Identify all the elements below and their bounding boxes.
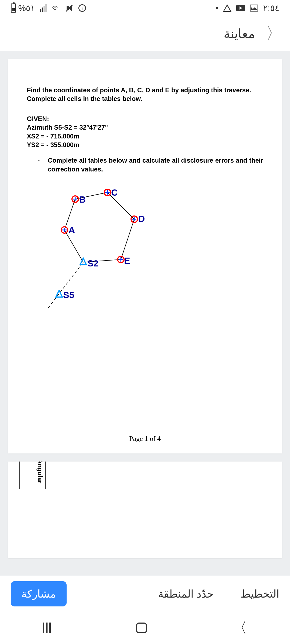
page-title: معاينة xyxy=(224,26,255,41)
battery-indicator: %٥١ xyxy=(11,3,35,13)
traverse-figure: A B C D E S2 S5 xyxy=(40,184,263,314)
point-label-A: A xyxy=(68,225,75,235)
home-button[interactable] xyxy=(136,623,147,633)
mute-icon xyxy=(66,4,74,12)
system-nav-bar: 〉 xyxy=(0,612,290,644)
battery-icon xyxy=(11,3,16,13)
app-header: معاينة 〉 xyxy=(0,16,290,51)
point-label-E: E xyxy=(124,255,130,266)
wifi-icon: ᯤ xyxy=(52,3,61,13)
given-xs2: XS2 = - 715.000m xyxy=(27,132,263,141)
point-label-D: D xyxy=(138,214,145,224)
given-label: GIVEN: xyxy=(27,115,263,123)
svg-line-5 xyxy=(121,219,134,259)
given-azimuth: Azimuth S5-S2 = 32°47'27" xyxy=(27,123,263,132)
point-label-C: C xyxy=(111,187,118,197)
clock-text: ٢:٥٤ xyxy=(263,3,279,13)
table-header-angular: Angular xyxy=(20,462,46,489)
table-row: 115°30'25" xyxy=(8,462,20,489)
svg-line-0 xyxy=(48,262,83,308)
angles-table: Measured angle Clockwise Angular 115°30'… xyxy=(8,462,46,489)
alarm-icon xyxy=(78,4,86,12)
doc-prompt-line1: Find the coordinates of points A, B, C, … xyxy=(27,86,263,94)
svg-marker-22 xyxy=(80,258,86,265)
select-region-button[interactable]: حدّد المنطقة xyxy=(158,588,214,600)
svg-marker-23 xyxy=(56,290,62,297)
recents-button[interactable] xyxy=(43,623,51,633)
bullet-text: Complete all tables below and calculate … xyxy=(48,156,263,174)
status-bar: %٥١ ᯤ ٢:٥٤ xyxy=(0,0,290,16)
back-icon[interactable]: 〉 xyxy=(266,23,282,44)
page-number: Page 1 of 4 xyxy=(27,413,263,443)
doc-prompt-line2: Complete all cells in the tables below. xyxy=(27,94,263,103)
document-page-1: Find the coordinates of points A, B, C, … xyxy=(8,59,282,453)
point-label-B: B xyxy=(79,194,86,204)
bottom-toolbar: مشاركة حدّد المنطقة التخطيط xyxy=(0,576,290,612)
point-label-S5: S5 xyxy=(63,290,74,300)
layout-button[interactable]: التخطيط xyxy=(241,588,279,600)
point-label-S2: S2 xyxy=(87,258,99,268)
back-button[interactable]: 〉 xyxy=(232,618,247,638)
given-ys2: YS2 = - 355.000m xyxy=(27,141,263,149)
bullet-dash: - xyxy=(38,156,40,174)
warning-icon xyxy=(223,4,231,12)
picture-icon xyxy=(250,5,258,12)
youtube-icon xyxy=(236,5,245,11)
dot-icon xyxy=(216,7,218,9)
signal-icon xyxy=(40,4,47,12)
battery-percent: %٥١ xyxy=(18,3,35,13)
document-viewport[interactable]: Find the coordinates of points A, B, C, … xyxy=(0,51,290,576)
status-left: %٥١ ᯤ xyxy=(11,3,86,13)
share-button[interactable]: مشاركة xyxy=(11,581,67,606)
status-right: ٢:٥٤ xyxy=(216,3,279,13)
document-page-2: Measured angle Clockwise Angular 115°30'… xyxy=(8,462,282,558)
